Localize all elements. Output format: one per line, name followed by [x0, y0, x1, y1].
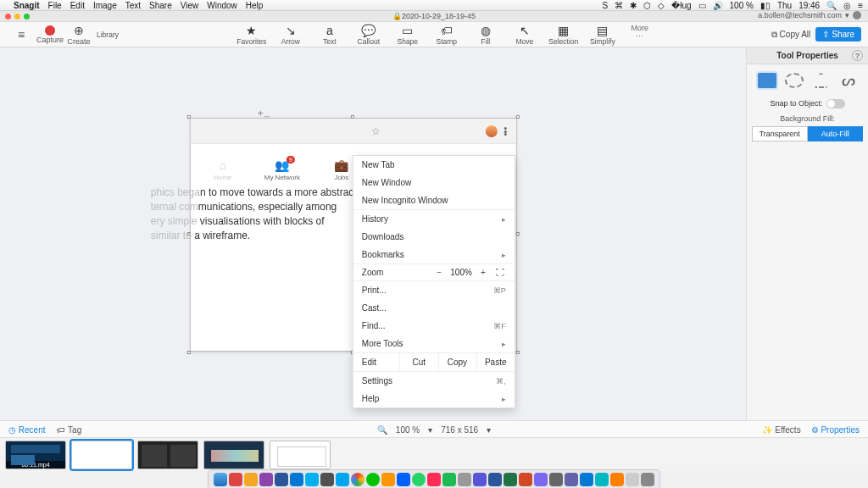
- resize-handle[interactable]: [516, 351, 520, 354]
- menu-new-incognito[interactable]: New Incognito Window: [353, 191, 515, 209]
- menu-text[interactable]: Text: [125, 1, 141, 10]
- menu-edit[interactable]: Edit: [70, 1, 85, 10]
- spotlight-icon[interactable]: 🔍: [826, 1, 837, 10]
- dock-app-icon[interactable]: [320, 473, 334, 486]
- canvas-selection[interactable]: ☆ ⌂Home 9👥My Network 💼Jobs 💬Messaging 51…: [190, 118, 517, 352]
- menu-file[interactable]: File: [48, 1, 62, 10]
- status-icon[interactable]: ⬡: [643, 1, 651, 10]
- menu-find[interactable]: Find...⌘F: [353, 317, 515, 335]
- canvas-area[interactable]: +▭ ☆ ⌂Home 9👥My Network 💼Jobs: [0, 47, 746, 422]
- effects-button[interactable]: ✨ Effects: [762, 425, 800, 435]
- tool-stamp[interactable]: 🏷Stamp: [430, 24, 464, 46]
- dock-app-icon[interactable]: [427, 473, 441, 486]
- menu-help[interactable]: Help: [246, 1, 264, 10]
- resize-handle[interactable]: [516, 232, 520, 236]
- recent-button[interactable]: ◷ Recent: [8, 425, 45, 435]
- display-icon[interactable]: ▭: [698, 1, 706, 10]
- dock-excel-icon[interactable]: [504, 473, 517, 486]
- menu-downloads[interactable]: Downloads: [353, 228, 515, 246]
- dock-app-icon[interactable]: [229, 473, 242, 486]
- tool-arrow[interactable]: ↘Arrow: [274, 24, 308, 46]
- dock-chrome-icon[interactable]: [351, 473, 364, 486]
- tool-text[interactable]: aText: [313, 24, 347, 46]
- menu-copy[interactable]: Copy: [437, 353, 476, 371]
- menu-more-tools[interactable]: More Tools▸: [353, 335, 515, 352]
- menu-cast[interactable]: Cast...: [353, 299, 515, 317]
- tray-thumb[interactable]: [137, 441, 198, 469]
- dock-app-icon[interactable]: [549, 473, 563, 486]
- tool-move[interactable]: ↖Move: [508, 24, 542, 46]
- shape-lasso[interactable]: ᔕ: [839, 73, 858, 88]
- properties-button[interactable]: ⚙ Properties: [811, 425, 860, 435]
- menu-new-window[interactable]: New Window: [353, 174, 515, 191]
- dock-app-icon[interactable]: [381, 473, 395, 486]
- account-chevron-icon[interactable]: ▾: [845, 11, 849, 19]
- traffic-lights[interactable]: [5, 14, 30, 19]
- fullscreen-icon[interactable]: ⛶: [494, 268, 506, 277]
- fill-transparent-button[interactable]: Transparent: [752, 126, 808, 141]
- dock-skype-icon[interactable]: [305, 473, 319, 486]
- dock-finder-icon[interactable]: [214, 473, 227, 486]
- tool-callout[interactable]: 💬Callout: [352, 24, 386, 46]
- status-icon[interactable]: S: [603, 1, 609, 10]
- tool-selection[interactable]: ▦Selection: [547, 24, 581, 46]
- dock-app-icon[interactable]: [519, 473, 532, 486]
- zoom-chevron-icon[interactable]: ▾: [428, 425, 432, 435]
- dock-app-icon[interactable]: [610, 473, 624, 486]
- nav-network[interactable]: 9👥My Network: [263, 158, 302, 181]
- dock-trash-icon[interactable]: [641, 473, 654, 486]
- fill-autofill-button[interactable]: Auto-Fill: [808, 126, 864, 141]
- account-avatar-icon[interactable]: [853, 11, 861, 19]
- zoom-window-icon[interactable]: [24, 14, 30, 19]
- menu-new-tab[interactable]: New Tab: [353, 156, 515, 174]
- tray-thumb[interactable]: [71, 441, 132, 469]
- menu-settings[interactable]: Settings⌘,: [353, 372, 515, 390]
- library-label[interactable]: Library: [97, 30, 119, 39]
- menu-print[interactable]: Print...⌘P: [353, 281, 515, 299]
- battery-icon[interactable]: ▮▯: [760, 1, 771, 10]
- dock-app-icon[interactable]: [275, 473, 288, 486]
- dock-app-icon[interactable]: [595, 473, 609, 486]
- status-icon[interactable]: ✱: [630, 1, 637, 10]
- tool-more[interactable]: More⋯: [625, 24, 655, 46]
- dock-app-icon[interactable]: [580, 473, 593, 486]
- help-icon[interactable]: ?: [852, 50, 863, 61]
- bookmark-star-icon[interactable]: ☆: [371, 125, 381, 137]
- tray-thumb[interactable]: 00:11.mp4: [5, 441, 66, 469]
- menu-history[interactable]: History▸: [353, 210, 515, 228]
- tray-thumb[interactable]: [203, 441, 264, 469]
- tray-thumb[interactable]: [270, 441, 331, 469]
- volume-icon[interactable]: 🔊: [713, 1, 723, 10]
- dock-app-icon[interactable]: [412, 473, 426, 486]
- dock-app-icon[interactable]: [336, 473, 349, 486]
- menu-cut[interactable]: Cut: [399, 353, 437, 371]
- dock-app-icon[interactable]: [565, 473, 578, 486]
- nav-home[interactable]: ⌂Home: [203, 158, 242, 181]
- shape-oval[interactable]: [785, 73, 804, 88]
- notifications-icon[interactable]: ≡: [858, 1, 863, 10]
- zoom-in-button[interactable]: +: [477, 268, 489, 277]
- tool-favorites[interactable]: ★Favorites: [235, 24, 269, 46]
- menu-window[interactable]: Window: [207, 1, 237, 10]
- dock-app-icon[interactable]: [626, 473, 639, 486]
- dock-app-icon[interactable]: [488, 473, 502, 486]
- minimize-window-icon[interactable]: [14, 14, 20, 19]
- dock-app-icon[interactable]: [397, 473, 410, 486]
- close-window-icon[interactable]: [5, 14, 11, 19]
- controlcenter-icon[interactable]: ◎: [843, 1, 851, 10]
- menu-toggle-button[interactable]: ≡: [7, 28, 36, 42]
- app-name[interactable]: Snagit: [14, 1, 40, 10]
- resize-handle[interactable]: [187, 351, 191, 354]
- account-email[interactable]: a.bollen@techsmith.com: [758, 11, 842, 19]
- create-button[interactable]: ⊕Create: [64, 24, 93, 46]
- tool-shape[interactable]: ▭Shape: [391, 24, 425, 46]
- dock-app-icon[interactable]: [244, 473, 258, 486]
- tool-simplify[interactable]: ▤Simplify: [586, 24, 620, 46]
- shape-rect[interactable]: [758, 73, 776, 88]
- tool-fill[interactable]: ◍Fill: [469, 24, 503, 46]
- copy-all-button[interactable]: ⧉Copy All: [771, 30, 811, 40]
- profile-avatar-icon[interactable]: [486, 125, 498, 137]
- dock-app-icon[interactable]: [259, 473, 273, 486]
- share-button[interactable]: ⇧Share: [815, 27, 861, 42]
- status-icon[interactable]: ⌘: [615, 1, 623, 10]
